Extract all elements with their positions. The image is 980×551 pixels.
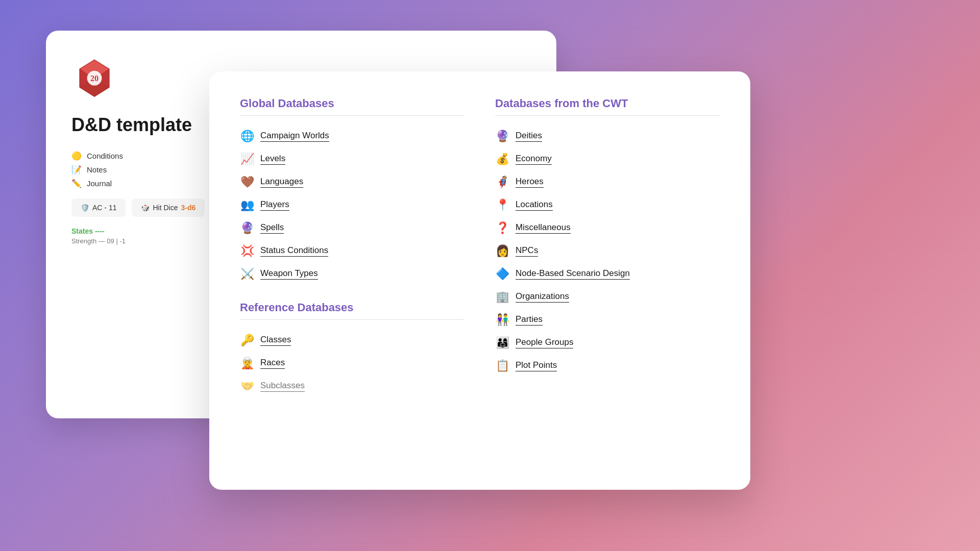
db-item-spells[interactable]: 🔮 Spells <box>240 217 464 240</box>
db-item-miscellaneous[interactable]: ❓ Miscellaneous <box>495 217 720 240</box>
plot-points-icon: 📋 <box>495 359 509 372</box>
db-item-organizations[interactable]: 🏢 Organizations <box>495 286 720 309</box>
status-icon: 💢 <box>240 244 254 258</box>
classes-icon: 🔑 <box>240 334 254 347</box>
front-card: Global Databases 🌐 Campaign Worlds 📈 Lev… <box>209 71 750 490</box>
reference-section: Reference Databases 🔑 Classes 🧝 Races 🤝 … <box>240 301 464 398</box>
db-item-races[interactable]: 🧝 Races <box>240 352 464 375</box>
players-icon: 👥 <box>240 198 254 212</box>
svg-text:20: 20 <box>90 74 99 83</box>
db-item-locations[interactable]: 📍 Locations <box>495 194 720 217</box>
hitdice-stat-box: 🎲 Hit Dice 3-d6 <box>132 198 205 217</box>
db-item-status-conditions[interactable]: 💢 Status Conditions <box>240 240 464 263</box>
journal-icon: ✏️ <box>71 179 82 188</box>
reference-databases-heading: Reference Databases <box>240 301 464 314</box>
dnd-logo: 20 <box>71 56 117 102</box>
db-item-npcs[interactable]: 👩 NPCs <box>495 240 720 263</box>
db-item-plot-points[interactable]: 📋 Plot Points <box>495 355 720 378</box>
db-item-campaign-worlds[interactable]: 🌐 Campaign Worlds <box>240 125 464 148</box>
db-item-deities[interactable]: 🔮 Deities <box>495 125 720 148</box>
language-icon: 🤎 <box>240 176 254 189</box>
left-column: Global Databases 🌐 Campaign Worlds 📈 Lev… <box>240 97 464 464</box>
subclasses-icon: 🤝 <box>240 380 254 393</box>
locations-icon: 📍 <box>495 198 509 212</box>
right-column: Databases from the CWT 🔮 Deities 💰 Econo… <box>495 97 720 464</box>
global-databases-heading: Global Databases <box>240 97 464 110</box>
cwt-heading: Databases from the CWT <box>495 97 720 110</box>
db-item-languages[interactable]: 🤎 Languages <box>240 171 464 194</box>
globe-icon: 🌐 <box>240 130 254 143</box>
weapon-icon: ⚔️ <box>240 267 254 281</box>
dice-icon: 🎲 <box>141 204 150 212</box>
db-item-parties[interactable]: 👫 Parties <box>495 309 720 332</box>
organizations-icon: 🏢 <box>495 290 509 304</box>
misc-icon: ❓ <box>495 221 509 235</box>
heroes-icon: 🦸 <box>495 176 509 189</box>
db-item-levels[interactable]: 📈 Levels <box>240 148 464 171</box>
node-icon: 🔷 <box>495 267 509 281</box>
npcs-icon: 👩 <box>495 244 509 258</box>
db-item-subclasses[interactable]: 🤝 Subclasses <box>240 375 464 398</box>
reference-divider <box>240 319 464 320</box>
races-icon: 🧝 <box>240 357 254 370</box>
db-item-node-based[interactable]: 🔷 Node-Based Scenario Design <box>495 263 720 286</box>
global-divider <box>240 115 464 116</box>
deities-icon: 🔮 <box>495 130 509 143</box>
cwt-divider <box>495 115 720 116</box>
db-item-players[interactable]: 👥 Players <box>240 194 464 217</box>
spells-icon: 🔮 <box>240 221 254 235</box>
db-item-economy[interactable]: 💰 Economy <box>495 148 720 171</box>
chart-icon: 📈 <box>240 153 254 166</box>
db-item-classes[interactable]: 🔑 Classes <box>240 329 464 352</box>
notes-icon: 📝 <box>71 165 82 174</box>
db-item-weapon-types[interactable]: ⚔️ Weapon Types <box>240 263 464 286</box>
economy-icon: 💰 <box>495 153 509 166</box>
conditions-icon: 🟡 <box>71 151 82 161</box>
db-item-heroes[interactable]: 🦸 Heroes <box>495 171 720 194</box>
parties-icon: 👫 <box>495 313 509 327</box>
shield-icon: 🛡️ <box>81 204 89 212</box>
ac-stat-box: 🛡️ AC - 11 <box>71 198 126 217</box>
people-groups-icon: 👨‍👩‍👧 <box>495 336 509 349</box>
db-item-people-groups[interactable]: 👨‍👩‍👧 People Groups <box>495 332 720 355</box>
